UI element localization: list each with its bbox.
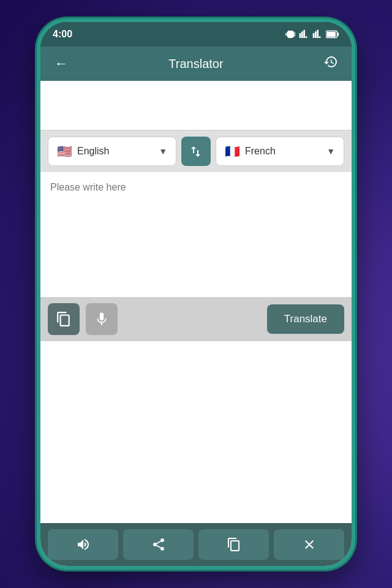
bottom-toolbar — [40, 523, 352, 566]
signal-icon-2 — [312, 29, 322, 39]
target-language-dropdown[interactable]: 🇫🇷 French ▼ — [216, 137, 344, 166]
copy-input-button[interactable] — [48, 303, 80, 335]
delete-icon — [302, 537, 317, 552]
signal-icon-1 — [299, 29, 309, 39]
app-bar: ← Translator — [40, 47, 352, 81]
target-language-name: French — [245, 146, 322, 157]
source-language-name: English — [77, 146, 154, 157]
output-area — [40, 341, 352, 523]
translate-button[interactable]: Translate — [267, 304, 344, 334]
history-button[interactable] — [320, 55, 342, 73]
swap-languages-button[interactable] — [181, 137, 211, 166]
swap-icon — [189, 144, 203, 159]
share-button[interactable] — [123, 529, 194, 560]
copy-output-icon — [227, 537, 241, 552]
microphone-button[interactable] — [86, 303, 118, 335]
microphone-icon — [94, 311, 110, 327]
history-icon — [323, 55, 338, 69]
source-language-dropdown[interactable]: 🇺🇸 English ▼ — [48, 137, 176, 166]
vibrate-icon — [285, 29, 295, 39]
svg-rect-1 — [337, 32, 339, 36]
source-text-input[interactable] — [40, 172, 352, 295]
app-title: Translator — [72, 57, 320, 71]
back-button[interactable]: ← — [50, 56, 72, 72]
delete-button[interactable] — [274, 529, 344, 560]
status-icons — [285, 29, 339, 39]
speaker-icon — [76, 537, 91, 552]
input-area — [40, 172, 352, 297]
phone-frame: 4:00 ← Translator — [37, 18, 355, 570]
status-bar: 4:00 — [40, 22, 352, 47]
top-white-area — [40, 81, 352, 130]
language-row: 🇺🇸 English ▼ 🇫🇷 French ▼ — [40, 130, 352, 172]
status-time: 4:00 — [53, 29, 72, 40]
battery-icon — [326, 29, 339, 39]
action-bar: Translate — [40, 297, 352, 341]
copy-output-button[interactable] — [198, 529, 269, 560]
main-content: 🇺🇸 English ▼ 🇫🇷 French ▼ — [40, 81, 352, 566]
share-icon — [151, 537, 166, 552]
svg-rect-2 — [326, 32, 336, 37]
speaker-button[interactable] — [48, 529, 118, 560]
target-chevron-icon: ▼ — [326, 146, 335, 156]
source-flag: 🇺🇸 — [57, 144, 72, 159]
target-flag: 🇫🇷 — [225, 144, 240, 159]
copy-icon — [56, 311, 72, 327]
source-chevron-icon: ▼ — [159, 146, 167, 156]
